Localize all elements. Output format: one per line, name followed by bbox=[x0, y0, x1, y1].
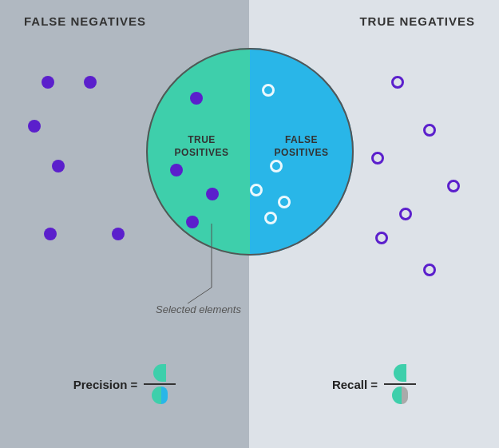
recall-num-green bbox=[394, 364, 406, 382]
recall-denominator bbox=[392, 387, 408, 404]
label-false-positives: FALSE POSITIVES bbox=[258, 134, 346, 159]
dot-tn-1 bbox=[391, 76, 404, 89]
recall-bar bbox=[384, 383, 416, 385]
label-false-negatives: FALSE NEGATIVES bbox=[24, 14, 146, 28]
recall-section: Recall = bbox=[249, 320, 499, 448]
dot-fp-4 bbox=[278, 196, 291, 208]
dot-fn-5 bbox=[44, 228, 57, 240]
venn-circle: TRUE POSITIVES FALSE POSITIVES bbox=[146, 48, 354, 256]
dot-tn-3 bbox=[371, 152, 384, 165]
precision-section: Precision = bbox=[0, 320, 249, 448]
dot-tn-4 bbox=[447, 180, 460, 192]
dot-fn-1 bbox=[42, 76, 54, 89]
label-true-positives: TRUE POSITIVES bbox=[162, 134, 242, 159]
precision-fraction bbox=[144, 364, 176, 404]
dot-fp-1 bbox=[262, 84, 275, 97]
precision-label: Precision = bbox=[73, 378, 137, 391]
precision-bar bbox=[144, 383, 176, 385]
recall-fraction bbox=[384, 364, 416, 404]
dot-tp-1 bbox=[190, 92, 203, 105]
recall-label: Recall = bbox=[332, 378, 378, 391]
dot-fp-3 bbox=[250, 184, 263, 196]
precision-numerator bbox=[153, 364, 166, 382]
dot-tn-2 bbox=[423, 124, 436, 137]
dot-tn-7 bbox=[423, 264, 436, 276]
dot-fn-3 bbox=[28, 120, 41, 133]
precision-num-green bbox=[153, 364, 166, 382]
dot-tp-4 bbox=[186, 216, 199, 228]
dot-tn-5 bbox=[399, 208, 412, 220]
dot-fp-5 bbox=[264, 212, 277, 224]
dot-fn-2 bbox=[84, 76, 97, 89]
recall-numerator bbox=[394, 364, 406, 382]
precision-denominator bbox=[152, 387, 168, 404]
recall-den-green bbox=[392, 387, 402, 404]
bottom-section: Precision = Recall = bbox=[0, 320, 499, 448]
label-true-negatives: TRUE NEGATIVES bbox=[359, 14, 475, 28]
dot-fn-6 bbox=[112, 228, 125, 240]
dot-fp-2 bbox=[270, 160, 283, 172]
precision-den-blue bbox=[161, 387, 168, 404]
recall-den-grey bbox=[402, 387, 408, 404]
precision-den-green bbox=[152, 387, 161, 404]
precision-formula: Precision = bbox=[73, 364, 176, 404]
dot-tn-6 bbox=[375, 232, 388, 244]
dot-tp-2 bbox=[170, 164, 183, 176]
dot-tp-3 bbox=[206, 188, 219, 200]
selected-elements-label: Selected elements bbox=[156, 303, 241, 315]
recall-formula: Recall = bbox=[332, 364, 416, 404]
dot-fn-4 bbox=[52, 160, 65, 172]
